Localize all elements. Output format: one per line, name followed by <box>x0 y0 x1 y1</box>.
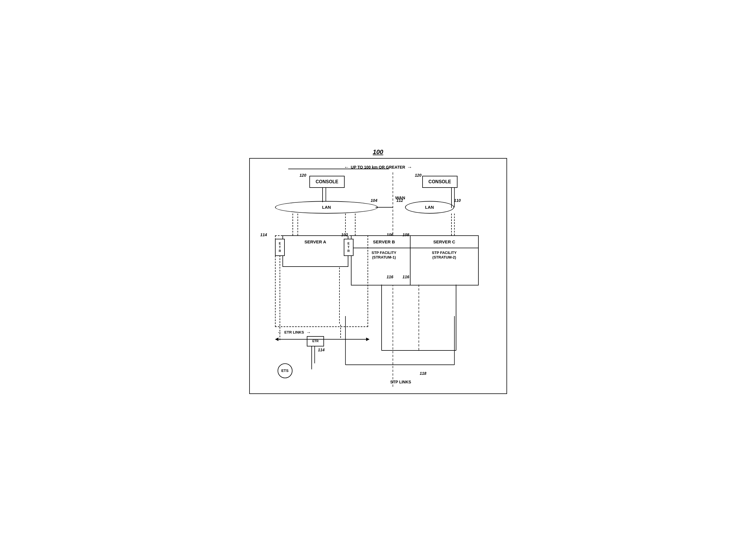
stp-links-label: STP LINKS <box>390 380 411 384</box>
ref-120-right: 120 <box>415 173 421 178</box>
lan-server-a-line <box>292 214 293 237</box>
etr-standalone: ETR <box>307 336 324 346</box>
distance-row: UP TO 100 km OR GREATER <box>256 164 501 170</box>
diagram-box: UP TO 100 km OR GREATER WAN 120 CONSOLE … <box>249 158 507 394</box>
etr-links-box <box>275 235 368 327</box>
etr-a-r: R <box>279 249 281 253</box>
ref-108: 108 <box>402 233 409 237</box>
server-c-bottom-label: STP FACILITY(STRATUM-2) <box>411 248 478 263</box>
ref-118: 118 <box>420 371 426 376</box>
console-left: CONSOLE <box>309 176 345 188</box>
etr-links-label: ETR LINKS <box>278 330 311 335</box>
distance-label: UP TO 100 km OR GREATER <box>344 164 412 170</box>
lan-right-label: LAN <box>425 205 434 210</box>
diagram-number: 100 <box>249 148 507 156</box>
ref-120-left: 120 <box>300 173 306 178</box>
lan-server-c-line <box>451 214 452 237</box>
console-left-label: CONSOLE <box>316 179 338 184</box>
etr-box-a: E T R <box>275 239 285 256</box>
lan-wan-line <box>376 207 393 208</box>
console-l-line <box>322 188 323 202</box>
etr-ets-line <box>307 346 317 369</box>
server-c: SERVER C STP FACILITY(STRATUM-2) <box>410 235 479 285</box>
ref-116b: 116 <box>402 274 409 279</box>
ets-label: ETS <box>281 368 288 373</box>
ref-114a: 114 <box>260 233 267 237</box>
etr-box-b: E T R <box>344 239 354 256</box>
etr-a-t: T <box>279 246 281 249</box>
etr-a-e: E <box>279 242 281 246</box>
diagram-inner: UP TO 100 km OR GREATER WAN 120 CONSOLE … <box>256 164 501 388</box>
lan-left-ellipse: LAN <box>275 201 378 214</box>
console-right: CONSOLE <box>422 176 457 188</box>
svg-marker-28 <box>275 337 278 341</box>
lan-left-label: LAN <box>322 205 331 210</box>
lan-right-ellipse: LAN <box>405 201 454 214</box>
page-container: 100 <box>249 148 507 394</box>
ref-112: 112 <box>396 198 403 203</box>
ref-116a: 116 <box>386 274 393 279</box>
console-right-label: CONSOLE <box>429 179 451 184</box>
ets-circle: ETS <box>278 363 292 378</box>
server-c-top-label: SERVER C <box>411 236 478 248</box>
ref-104: 104 <box>371 198 377 203</box>
ref-110: 110 <box>454 198 461 203</box>
svg-marker-29 <box>366 337 370 341</box>
lan-server-b-line <box>355 214 356 237</box>
ref-114b: 114 <box>318 347 325 352</box>
